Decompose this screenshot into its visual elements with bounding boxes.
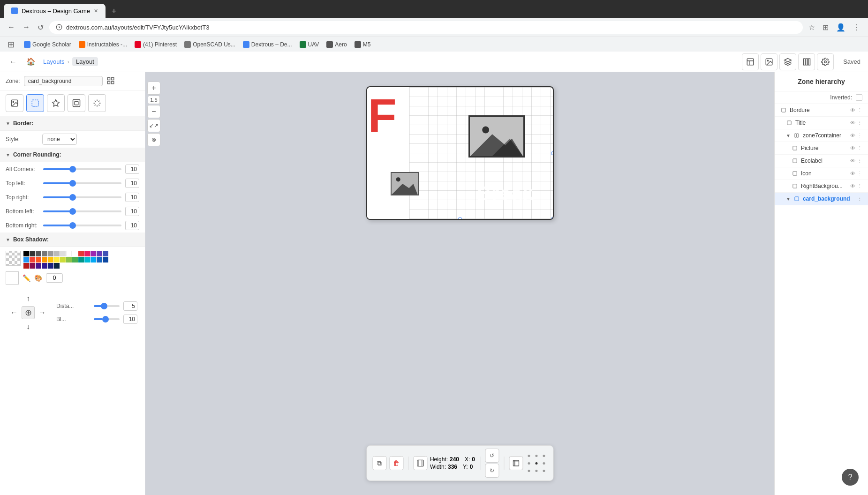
- blur-value[interactable]: 10: [123, 315, 137, 324]
- back-to-layouts-btn[interactable]: ←: [8, 56, 19, 68]
- color-cell[interactable]: [91, 257, 96, 262]
- top-left-value[interactable]: 10: [125, 179, 139, 188]
- align-bc[interactable]: [533, 467, 540, 474]
- home-btn[interactable]: 🏠: [24, 55, 38, 68]
- color-cell[interactable]: [97, 257, 102, 262]
- color-cell[interactable]: [36, 263, 41, 269]
- color-cell[interactable]: [42, 251, 47, 256]
- box-shadow-header[interactable]: ▼ Box Shadow:: [0, 232, 145, 247]
- resize-handle-bottom[interactable]: [458, 217, 462, 220]
- bookmark-aero[interactable]: Aero: [326, 41, 347, 48]
- toolbar-columns-icon[interactable]: [798, 53, 815, 70]
- color-cell[interactable]: [23, 257, 29, 262]
- tab-close-btn[interactable]: ✕: [94, 8, 98, 14]
- profile-btn[interactable]: 👤: [834, 21, 847, 34]
- ecolabel-more[interactable]: ⋮: [857, 158, 862, 164]
- color-cell[interactable]: [54, 257, 60, 262]
- border-section-header[interactable]: ▼ Border:: [0, 116, 145, 131]
- zoom-fit-btn[interactable]: ↙↗: [147, 119, 160, 132]
- color-cell[interactable]: [66, 251, 72, 256]
- zone-grid-icon[interactable]: [106, 76, 115, 86]
- reload-btn[interactable]: ↺: [36, 21, 45, 34]
- bookmark-openscad[interactable]: OpenSCAD Us...: [184, 41, 235, 48]
- corner-rounding-header[interactable]: ▼ Corner Rounding:: [0, 148, 145, 162]
- align-br[interactable]: [541, 467, 547, 474]
- canvas-card[interactable]: F: [366, 86, 554, 220]
- color-cell[interactable]: [30, 263, 35, 269]
- color-cell[interactable]: [54, 263, 60, 269]
- more-btn[interactable]: ⋮: [851, 21, 862, 34]
- color-cell[interactable]: [54, 251, 60, 256]
- toolbar-table-icon[interactable]: [742, 53, 759, 70]
- zone7-collapse-arrow[interactable]: ▼: [786, 133, 791, 138]
- color-cell[interactable]: [91, 251, 96, 256]
- color-cell[interactable]: [66, 257, 72, 262]
- align-ml[interactable]: [526, 460, 532, 466]
- distance-value[interactable]: 5: [123, 301, 137, 311]
- transparent-swatch[interactable]: [6, 251, 21, 266]
- color-cell[interactable]: [72, 257, 78, 262]
- align-tl[interactable]: [526, 452, 532, 459]
- back-btn[interactable]: ←: [6, 21, 17, 33]
- resize-handle-br[interactable]: [551, 217, 554, 220]
- cardbg-expand-arrow[interactable]: ▼: [786, 196, 791, 202]
- breadcrumb-layout[interactable]: Layout: [72, 57, 98, 66]
- eyedropper-icon[interactable]: ✏️: [23, 274, 30, 282]
- color-cell[interactable]: [23, 251, 29, 256]
- color-cell[interactable]: [23, 263, 29, 269]
- color-cell[interactable]: [36, 251, 41, 256]
- opacity-input[interactable]: [46, 273, 63, 283]
- new-tab-btn[interactable]: +: [107, 5, 121, 18]
- dir-w[interactable]: ←: [8, 306, 21, 319]
- inverted-checkbox[interactable]: [856, 94, 862, 101]
- rightbg-visibility[interactable]: 👁: [850, 183, 855, 189]
- color-cell[interactable]: [97, 251, 102, 256]
- border-style-select[interactable]: none solid dashed: [42, 134, 77, 145]
- extensions-btn[interactable]: ⊞: [821, 21, 830, 34]
- color-cell[interactable]: [48, 263, 53, 269]
- resize-handle-right[interactable]: [551, 151, 554, 155]
- hier-item-icon[interactable]: Icon 👁 ⋮: [775, 167, 868, 180]
- picture-visibility[interactable]: 👁: [850, 145, 855, 151]
- color-cell[interactable]: [30, 257, 35, 262]
- title-more[interactable]: ⋮: [857, 120, 862, 126]
- rotate-cw-btn[interactable]: ↻: [485, 464, 499, 478]
- icon-visibility[interactable]: 👁: [850, 171, 855, 177]
- ecolabel-visibility[interactable]: 👁: [850, 158, 855, 164]
- zoom-in-btn[interactable]: +: [147, 82, 160, 95]
- color-cell[interactable]: [30, 251, 35, 256]
- bookmark-btn[interactable]: ☆: [807, 21, 817, 34]
- bookmark-m5[interactable]: M5: [355, 41, 371, 48]
- paint-bucket-icon[interactable]: 🎨: [34, 274, 42, 282]
- hier-item-picture[interactable]: Picture 👁 ⋮: [775, 142, 868, 155]
- breadcrumb-layouts[interactable]: Layouts: [43, 58, 65, 65]
- align-tc[interactable]: [533, 452, 540, 459]
- all-corners-value[interactable]: 10: [125, 165, 139, 174]
- color-cell[interactable]: [42, 263, 47, 269]
- toolbar-image-icon[interactable]: [761, 53, 777, 70]
- align-bl[interactable]: [526, 467, 532, 474]
- color-cell[interactable]: [78, 257, 84, 262]
- align-mc[interactable]: [533, 460, 540, 466]
- zone7-visibility[interactable]: 👁: [850, 133, 855, 139]
- zoom-out-btn[interactable]: −: [147, 105, 160, 118]
- bookmark-instructables[interactable]: Instructables -...: [79, 41, 127, 48]
- bookmark-google-scholar[interactable]: Google Scholar: [24, 41, 71, 48]
- color-cell[interactable]: [84, 251, 90, 256]
- dir-e[interactable]: →: [36, 306, 49, 319]
- color-preview-swatch[interactable]: [6, 271, 19, 285]
- color-cell[interactable]: [103, 251, 108, 256]
- hier-item-card-bg[interactable]: ▼ card_background ⋮: [775, 193, 868, 205]
- dir-n[interactable]: ↑: [22, 292, 35, 305]
- icon-btn-frame[interactable]: [68, 94, 85, 112]
- dir-s[interactable]: ↓: [22, 320, 35, 333]
- hier-item-ecolabel[interactable]: Ecolabel 👁 ⋮: [775, 155, 868, 167]
- color-cell[interactable]: [103, 257, 108, 262]
- color-cell[interactable]: [48, 251, 53, 256]
- zoom-reset-btn[interactable]: ⊗: [147, 133, 160, 146]
- rotate-ccw-btn[interactable]: ↺: [485, 449, 499, 463]
- delete-btn[interactable]: 🗑: [389, 456, 403, 470]
- url-field[interactable]: dextrous.com.au/layouts/edit/TVFYJty5ucY…: [49, 21, 803, 34]
- bookmark-pinterest[interactable]: (41) Pinterest: [135, 41, 177, 48]
- zone-input[interactable]: [24, 76, 103, 86]
